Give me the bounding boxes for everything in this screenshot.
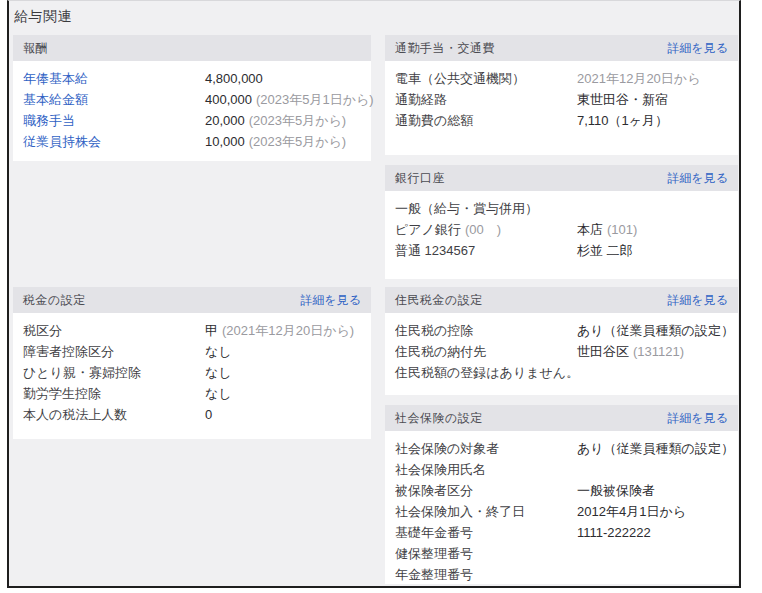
- value-note: (2021年12月20日から): [222, 323, 354, 338]
- field-label: 健保整理番号: [395, 543, 577, 564]
- field-row: 社会保険の対象者 あり（従業員種類の設定）: [395, 438, 728, 459]
- field-label: 電車（公共交通機関）: [395, 68, 577, 89]
- field-value: 7,110（1ヶ月）: [577, 110, 672, 131]
- field-label: 基礎年金番号: [395, 522, 577, 543]
- detail-link[interactable]: 詳細を見る: [667, 170, 728, 187]
- bank-name: ピアノ銀行(00 ): [395, 219, 577, 240]
- panel-bank-header: 銀行口座 詳細を見る: [385, 165, 738, 191]
- panel-commute: 通勤手当・交通費 詳細を見る 電車（公共交通機関） 2021年12月20日から …: [385, 35, 738, 155]
- compensation-item-link[interactable]: 従業員持株会: [23, 131, 205, 152]
- account-number: 普通 1234567: [395, 240, 577, 261]
- panel-social-insurance-header: 社会保険の設定 詳細を見る: [385, 405, 738, 431]
- resident-tax-message: 住民税額の登録はありません。: [395, 362, 728, 383]
- field-row: 通勤費の総額 7,110（1ヶ月）: [395, 110, 728, 131]
- value-text: 2012年4月1日から: [577, 504, 686, 519]
- label-text: ピアノ銀行: [395, 222, 461, 237]
- panel-title: 通勤手当・交通費: [395, 40, 495, 57]
- field-value: 1111-222222: [577, 522, 655, 543]
- panel-tax-body: 税区分 甲(2021年12月20日から) 障害者控除区分 なし ひとり親・寡婦控…: [13, 313, 371, 425]
- panel-bank-body: 一般（給与・賞与併用） ピアノ銀行(00 ) 本店(101) 普通 123456…: [385, 191, 738, 261]
- panel-title: 住民税金の設定: [395, 292, 483, 309]
- field-value: 一般被保険者: [577, 480, 659, 501]
- field-row: 年俸基本給 4,800,000: [23, 68, 361, 89]
- content-frame: 給与関連 報酬 年俸基本給 4,800,000 基本給金額 400,000(20…: [7, 0, 741, 588]
- field-value: 20,000(2023年5月から): [205, 110, 346, 131]
- field-row: 従業員持株会 10,000(2023年5月から): [23, 131, 361, 152]
- panel-tax-header: 税金の設定 詳細を見る: [13, 287, 371, 313]
- field-row: 普通 1234567 杉並 二郎: [395, 240, 728, 261]
- account-holder: 杉並 二郎: [577, 240, 637, 261]
- label-text: 普通 1234567: [395, 243, 475, 258]
- compensation-item-link[interactable]: 年俸基本給: [23, 68, 205, 89]
- field-label: 社会保険加入・終了日: [395, 501, 577, 522]
- panel-title: 報酬: [23, 40, 48, 57]
- field-row: 社会保険用氏名: [395, 459, 728, 480]
- field-value: 400,000(2023年5月1日から): [205, 89, 374, 110]
- field-row: ひとり親・寡婦控除 なし: [23, 362, 361, 383]
- value-text: なし: [205, 344, 232, 359]
- panel-resident-tax-header: 住民税金の設定 詳細を見る: [385, 287, 738, 313]
- field-value: なし: [205, 383, 236, 404]
- branch-code: (101): [607, 222, 637, 237]
- field-row: 税区分 甲(2021年12月20日から): [23, 320, 361, 341]
- value-text: 0: [205, 407, 212, 422]
- field-value: [577, 543, 581, 564]
- field-row: 被保険者区分 一般被保険者: [395, 480, 728, 501]
- panel-title: 税金の設定: [23, 292, 86, 309]
- detail-link[interactable]: 詳細を見る: [667, 40, 728, 57]
- value-text: 1111-222222: [577, 525, 651, 540]
- field-value: あり（従業員種類の設定）: [577, 320, 738, 341]
- field-label: 通勤費の総額: [395, 110, 577, 131]
- field-row: 勤労学生控除 なし: [23, 383, 361, 404]
- field-row: 基本給金額 400,000(2023年5月1日から): [23, 89, 361, 110]
- panel-compensation: 報酬 年俸基本給 4,800,000 基本給金額 400,000(2023年5月…: [13, 35, 371, 161]
- field-value: 2021年12月20日から: [577, 68, 700, 89]
- field-row: 職務手当 20,000(2023年5月から): [23, 110, 361, 131]
- field-label: 通勤経路: [395, 89, 577, 110]
- page-title: 給与関連: [14, 8, 72, 26]
- detail-link[interactable]: 詳細を見る: [300, 292, 361, 309]
- field-value: [577, 564, 581, 585]
- field-row: ピアノ銀行(00 ) 本店(101): [395, 219, 728, 240]
- panel-title: 銀行口座: [395, 170, 445, 187]
- panel-resident-tax-body: 住民税の控除 あり（従業員種類の設定） 住民税の納付先 世田谷区(131121)…: [385, 313, 738, 383]
- field-label: 住民税の納付先: [395, 341, 577, 362]
- value-text: 東世田谷・新宿: [577, 92, 668, 107]
- value-note: (131121): [633, 344, 684, 359]
- field-value: 東世田谷・新宿: [577, 89, 672, 110]
- compensation-item-link[interactable]: 基本給金額: [23, 89, 205, 110]
- field-row: 健保整理番号: [395, 543, 728, 564]
- panel-commute-header: 通勤手当・交通費 詳細を見る: [385, 35, 738, 61]
- field-row: 住民税の納付先 世田谷区(131121): [395, 341, 728, 362]
- field-value: 0: [205, 404, 216, 425]
- field-value: 4,800,000: [205, 68, 267, 89]
- field-label: 社会保険の対象者: [395, 438, 577, 459]
- detail-link[interactable]: 詳細を見る: [667, 410, 728, 427]
- field-label: 被保険者区分: [395, 480, 577, 501]
- value-note: (2023年5月1日から): [256, 92, 374, 107]
- value-text: 10,000: [205, 134, 245, 149]
- field-row: 基礎年金番号 1111-222222: [395, 522, 728, 543]
- value-text: なし: [205, 365, 232, 380]
- field-row: 通勤経路 東世田谷・新宿: [395, 89, 728, 110]
- field-value: 2012年4月1日から: [577, 501, 690, 522]
- field-label: 本人の税法上人数: [23, 404, 205, 425]
- value-text: 杉並 二郎: [577, 243, 633, 258]
- compensation-item-link[interactable]: 職務手当: [23, 110, 205, 131]
- detail-link[interactable]: 詳細を見る: [667, 292, 728, 309]
- value-note: (2023年5月から): [249, 113, 346, 128]
- field-value: あり（従業員種類の設定）: [577, 438, 738, 459]
- field-row: 年金整理番号: [395, 564, 728, 585]
- value-text: 世田谷区: [577, 344, 629, 359]
- value-text: 甲: [205, 323, 218, 338]
- field-row: 電車（公共交通機関） 2021年12月20日から: [395, 68, 728, 89]
- value-note: 2021年12月20日から: [577, 71, 700, 86]
- panel-social-insurance: 社会保険の設定 詳細を見る 社会保険の対象者 あり（従業員種類の設定） 社会保険…: [385, 405, 738, 584]
- value-text: なし: [205, 386, 232, 401]
- value-text: 本店: [577, 222, 603, 237]
- field-value: なし: [205, 362, 236, 383]
- bank-usage-type: 一般（給与・賞与併用）: [395, 198, 728, 219]
- value-text: あり（従業員種類の設定）: [577, 441, 734, 456]
- value-text: 4,800,000: [205, 71, 263, 86]
- panel-commute-body: 電車（公共交通機関） 2021年12月20日から 通勤経路 東世田谷・新宿 通勤…: [385, 61, 738, 131]
